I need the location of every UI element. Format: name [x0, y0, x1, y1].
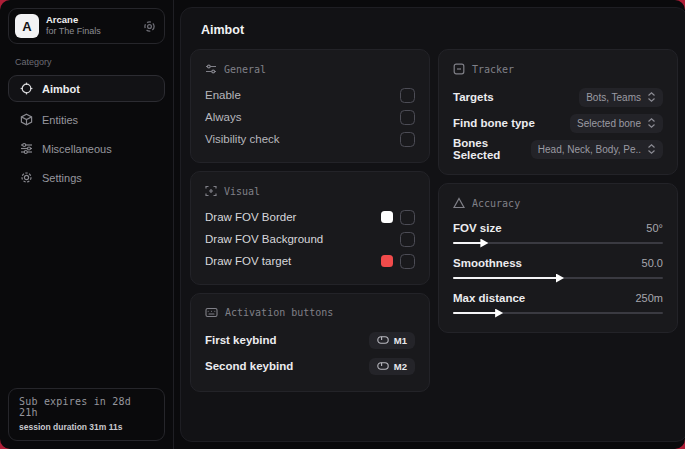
- setting-row: Second keybind M2: [205, 353, 415, 379]
- sidebar-item-label: Settings: [42, 172, 82, 184]
- setting-label: Smoothness: [453, 257, 522, 269]
- always-checkbox[interactable]: [400, 110, 415, 125]
- setting-label: Draw FOV Border: [205, 211, 296, 223]
- setting-label: Bones Selected: [453, 137, 531, 161]
- keybind-value: M2: [394, 361, 407, 372]
- cube-icon: [20, 113, 33, 126]
- setting-label: First keybind: [205, 334, 277, 346]
- setting-label: Draw FOV target: [205, 255, 291, 267]
- card-visual: Visual Draw FOV Border Draw FOV Backgrou…: [190, 171, 430, 285]
- right-column: Tracker Targets Bots, Teams: [438, 49, 678, 392]
- draw-fov-background-checkbox[interactable]: [400, 232, 415, 247]
- general-icon: [205, 63, 217, 75]
- fov-target-color-swatch[interactable]: [381, 255, 393, 267]
- visual-icon: [205, 185, 217, 197]
- setting-label: Max distance: [453, 292, 525, 304]
- setting-label: Second keybind: [205, 360, 293, 372]
- app-header: A Arcane for The Finals: [8, 8, 165, 44]
- app-name: Arcane: [46, 15, 136, 26]
- sidebar-item-label: Miscellaneous: [42, 143, 112, 155]
- setting-row: Draw FOV Border: [205, 206, 415, 228]
- setting-row: Draw FOV target: [205, 250, 415, 272]
- slider-thumb[interactable]: [495, 309, 503, 318]
- card-activation-title: Activation buttons: [225, 307, 333, 318]
- select-value: Head, Neck, Body, Pe..: [538, 144, 641, 155]
- targets-select[interactable]: Bots, Teams: [579, 88, 663, 107]
- sidebar-item-settings[interactable]: Settings: [8, 164, 165, 191]
- smoothness-value: 50.0: [642, 257, 663, 269]
- card-accuracy-header: Accuracy: [453, 197, 663, 209]
- find-bone-type-select[interactable]: Selected bone: [570, 114, 663, 133]
- enable-checkbox[interactable]: [400, 88, 415, 103]
- card-general: General Enable Always Visibility check: [190, 49, 430, 163]
- card-tracker-header: Tracker: [453, 63, 663, 75]
- slider-row: Max distance 250m: [453, 288, 663, 314]
- card-activation: Activation buttons First keybind: [190, 293, 430, 392]
- tracker-icon: [453, 63, 465, 75]
- session-duration-text: session duration 31m 11s: [19, 422, 154, 432]
- card-activation-header: Activation buttons: [205, 307, 415, 318]
- fov-border-color-swatch[interactable]: [381, 211, 393, 223]
- page-title: Aimbot: [190, 8, 678, 49]
- second-keybind-button[interactable]: M2: [369, 358, 415, 375]
- max-distance-value: 250m: [635, 292, 663, 304]
- sidebar-item-label: Aimbot: [42, 83, 80, 95]
- select-value: Selected bone: [577, 118, 641, 129]
- max-distance-slider[interactable]: [453, 312, 663, 314]
- subscription-info: Sub expires in 28d 21h session duration …: [8, 388, 165, 441]
- refresh-icon[interactable]: [143, 20, 156, 33]
- card-tracker: Tracker Targets Bots, Teams: [438, 49, 678, 175]
- main-area: Aimbot General: [174, 0, 685, 449]
- card-tracker-title: Tracker: [472, 64, 514, 75]
- card-accuracy-title: Accuracy: [472, 198, 520, 209]
- accuracy-icon: [453, 197, 465, 209]
- draw-fov-border-checkbox[interactable]: [400, 210, 415, 225]
- card-accuracy: Accuracy FOV size 50°: [438, 183, 678, 333]
- sidebar-item-aimbot[interactable]: Aimbot: [8, 75, 165, 102]
- sub-expiry-text: Sub expires in 28d 21h: [19, 396, 154, 418]
- setting-label: Find bone type: [453, 117, 535, 129]
- setting-label: Targets: [453, 91, 494, 103]
- chevrons-up-down-icon: [647, 92, 656, 102]
- app-window: A Arcane for The Finals Category: [0, 0, 685, 449]
- app-titles: Arcane for The Finals: [46, 15, 136, 36]
- mouse-icon: [377, 336, 389, 344]
- setting-label: Draw FOV Background: [205, 233, 323, 245]
- setting-row: Visibility check: [205, 128, 415, 150]
- slider-thumb[interactable]: [556, 274, 564, 283]
- first-keybind-button[interactable]: M1: [369, 332, 415, 349]
- setting-row: Always: [205, 106, 415, 128]
- mouse-icon: [377, 362, 389, 370]
- sidebar-item-miscellaneous[interactable]: Miscellaneous: [8, 135, 165, 162]
- fov-size-value: 50°: [646, 222, 663, 234]
- slider-row: Smoothness 50.0: [453, 253, 663, 279]
- card-visual-header: Visual: [205, 185, 415, 197]
- slider-thumb[interactable]: [480, 239, 488, 248]
- select-value: Bots, Teams: [586, 92, 641, 103]
- sidebar-item-entities[interactable]: Entities: [8, 106, 165, 133]
- setting-label: Always: [205, 111, 241, 123]
- card-general-header: General: [205, 63, 415, 75]
- setting-row: Find bone type Selected bone: [453, 110, 663, 136]
- card-visual-title: Visual: [224, 186, 260, 197]
- chevrons-up-down-icon: [647, 118, 656, 128]
- chevrons-up-down-icon: [647, 144, 656, 154]
- keybind-value: M1: [394, 335, 407, 346]
- fov-size-slider[interactable]: [453, 242, 663, 244]
- setting-row: Targets Bots, Teams: [453, 84, 663, 110]
- crosshair-icon: [20, 82, 33, 95]
- bones-selected-select[interactable]: Head, Neck, Body, Pe..: [531, 140, 663, 159]
- app-logo: A: [15, 14, 39, 38]
- sidebar-item-label: Entities: [42, 114, 78, 126]
- app-subtitle: for The Finals: [46, 26, 136, 36]
- sliders-icon: [20, 142, 33, 155]
- left-column: General Enable Always Visibility check: [190, 49, 430, 392]
- setting-row: Bones Selected Head, Neck, Body, Pe..: [453, 136, 663, 162]
- smoothness-slider[interactable]: [453, 277, 663, 279]
- setting-row: First keybind M1: [205, 327, 415, 353]
- visibility-check-checkbox[interactable]: [400, 132, 415, 147]
- setting-label: Visibility check: [205, 133, 280, 145]
- draw-fov-target-checkbox[interactable]: [400, 254, 415, 269]
- slider-row: FOV size 50°: [453, 218, 663, 244]
- keyboard-icon: [205, 307, 218, 318]
